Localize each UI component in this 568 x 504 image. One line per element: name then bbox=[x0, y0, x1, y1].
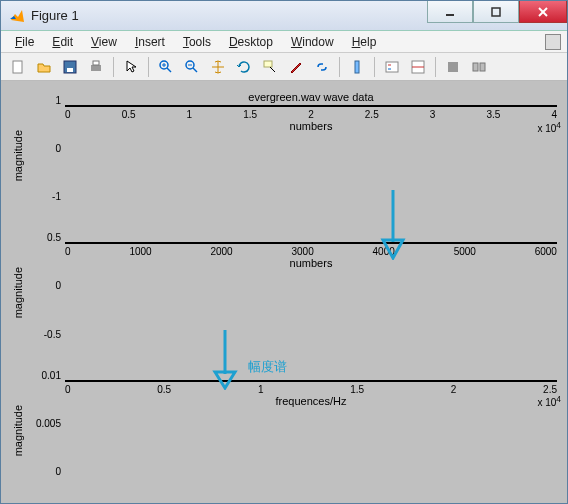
menu-help[interactable]: Help bbox=[344, 33, 385, 51]
xexp-3: x 104 bbox=[537, 394, 561, 408]
plot-area-3[interactable] bbox=[65, 380, 557, 382]
menu-tools[interactable]: Tools bbox=[175, 33, 219, 51]
svg-rect-16 bbox=[264, 61, 272, 67]
svg-rect-1 bbox=[492, 8, 500, 16]
insert-legend-icon[interactable] bbox=[381, 56, 403, 78]
ylabel-3: magnitude bbox=[11, 366, 25, 495]
link-icon[interactable] bbox=[311, 56, 333, 78]
show-plot-tools-icon[interactable] bbox=[468, 56, 490, 78]
xlabel-3: frequences/Hz bbox=[276, 395, 347, 407]
xticks-1: 00.511.522.533.54 bbox=[65, 107, 557, 120]
axes-3[interactable]: magnitude 0.01 0.005 0 bbox=[11, 366, 557, 495]
plot-area-1[interactable] bbox=[65, 105, 557, 107]
svg-rect-7 bbox=[91, 65, 101, 71]
rotate-icon[interactable] bbox=[233, 56, 255, 78]
yticks-3: 0.01 0.005 0 bbox=[25, 366, 65, 495]
zoom-in-icon[interactable] bbox=[155, 56, 177, 78]
svg-rect-24 bbox=[448, 62, 458, 72]
svg-rect-25 bbox=[473, 63, 478, 71]
menu-bar: File Edit View Insert Tools Desktop Wind… bbox=[1, 31, 567, 53]
arrow-1 bbox=[378, 190, 408, 260]
svg-rect-19 bbox=[386, 62, 398, 72]
data-cursor-icon[interactable] bbox=[259, 56, 281, 78]
open-icon[interactable] bbox=[33, 56, 55, 78]
menu-edit[interactable]: Edit bbox=[44, 33, 81, 51]
matlab-icon bbox=[9, 8, 25, 24]
title-1: evergreen.wav wave data bbox=[65, 91, 557, 105]
svg-rect-8 bbox=[93, 61, 99, 65]
svg-line-14 bbox=[193, 68, 197, 72]
zoom-out-icon[interactable] bbox=[181, 56, 203, 78]
close-button[interactable] bbox=[519, 1, 567, 23]
svg-line-10 bbox=[167, 68, 171, 72]
plot-area-2[interactable] bbox=[65, 242, 557, 244]
xlabel-2: numbers bbox=[290, 257, 333, 269]
hide-plot-tools-icon[interactable] bbox=[442, 56, 464, 78]
axes-1[interactable]: magnitude 1 0 -1 evergreen.wav wave data bbox=[11, 91, 557, 220]
xlabel-1: numbers bbox=[290, 120, 333, 132]
save-icon[interactable] bbox=[59, 56, 81, 78]
window-title: Figure 1 bbox=[31, 8, 427, 23]
minimize-button[interactable] bbox=[427, 1, 473, 23]
svg-rect-26 bbox=[480, 63, 485, 71]
new-file-icon[interactable] bbox=[7, 56, 29, 78]
maximize-button[interactable] bbox=[473, 1, 519, 23]
menu-desktop[interactable]: Desktop bbox=[221, 33, 281, 51]
layout-icon[interactable] bbox=[407, 56, 429, 78]
svg-rect-6 bbox=[67, 68, 73, 72]
insert-colorbar-icon[interactable] bbox=[346, 56, 368, 78]
brush-icon[interactable] bbox=[285, 56, 307, 78]
menu-file[interactable]: File bbox=[7, 33, 42, 51]
menu-insert[interactable]: Insert bbox=[127, 33, 173, 51]
menu-window[interactable]: Window bbox=[283, 33, 342, 51]
print-icon[interactable] bbox=[85, 56, 107, 78]
yticks-1: 1 0 -1 bbox=[25, 91, 65, 220]
xexp-1: x 104 bbox=[537, 120, 561, 134]
pan-icon[interactable] bbox=[207, 56, 229, 78]
ylabel-1: magnitude bbox=[11, 91, 25, 220]
menu-view[interactable]: View bbox=[83, 33, 125, 51]
arrow-2 bbox=[210, 330, 240, 390]
yticks-2: 0.5 0 -0.5 bbox=[25, 228, 65, 357]
svg-rect-18 bbox=[355, 61, 359, 73]
dock-icon[interactable] bbox=[545, 34, 561, 50]
xticks-2: 0100020003000400050006000 bbox=[65, 244, 557, 257]
svg-line-17 bbox=[270, 67, 275, 72]
figure-window: Figure 1 File Edit View Insert Tools Des… bbox=[0, 0, 568, 504]
title-bar[interactable]: Figure 1 bbox=[1, 1, 567, 31]
axes-2[interactable]: magnitude 0.5 0 -0.5 bbox=[11, 228, 557, 357]
figure-canvas: magnitude 1 0 -1 evergreen.wav wave data bbox=[1, 81, 567, 503]
pointer-icon[interactable] bbox=[120, 56, 142, 78]
toolbar bbox=[1, 53, 567, 81]
annotation-label: 幅度谱 bbox=[248, 358, 287, 376]
svg-rect-4 bbox=[13, 61, 22, 73]
ylabel-2: magnitude bbox=[11, 228, 25, 357]
xticks-3: 00.511.522.5 bbox=[65, 382, 557, 395]
